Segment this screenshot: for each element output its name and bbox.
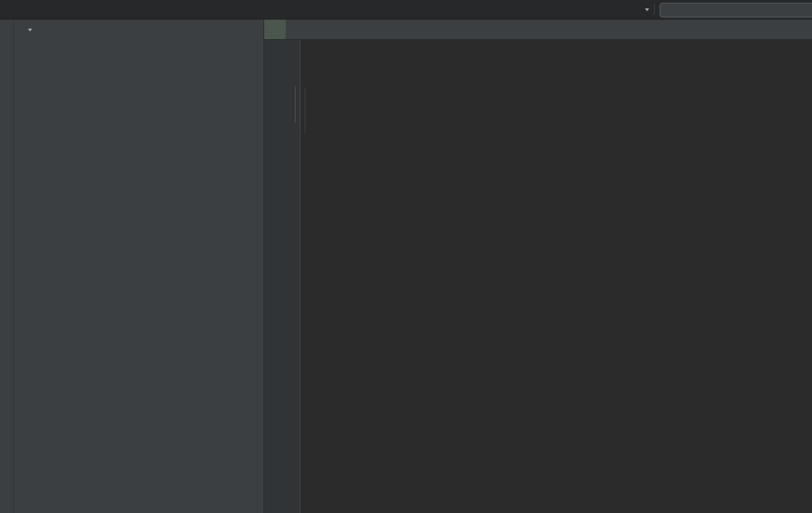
editor-tab-bar <box>264 20 812 40</box>
editor-gutter <box>264 40 300 513</box>
tab-search-feature[interactable] <box>264 20 286 39</box>
main-area <box>0 20 812 513</box>
project-tool-window <box>14 20 264 513</box>
user-menu-button[interactable] <box>643 8 649 11</box>
gutter-divider <box>300 40 300 513</box>
project-tree <box>14 40 263 513</box>
chevron-down-icon[interactable] <box>28 29 32 31</box>
code-editor[interactable] <box>264 40 812 513</box>
ide-window <box>0 0 812 513</box>
run-configuration-selector[interactable] <box>660 3 812 17</box>
tool-window-stripe <box>0 20 14 513</box>
topbar-right <box>643 0 812 20</box>
divider <box>654 4 655 15</box>
chevron-down-icon <box>645 8 649 11</box>
navigation-bar <box>0 0 812 20</box>
project-panel-header <box>14 20 263 40</box>
editor-area <box>264 20 812 513</box>
indent-guide <box>305 87 305 133</box>
